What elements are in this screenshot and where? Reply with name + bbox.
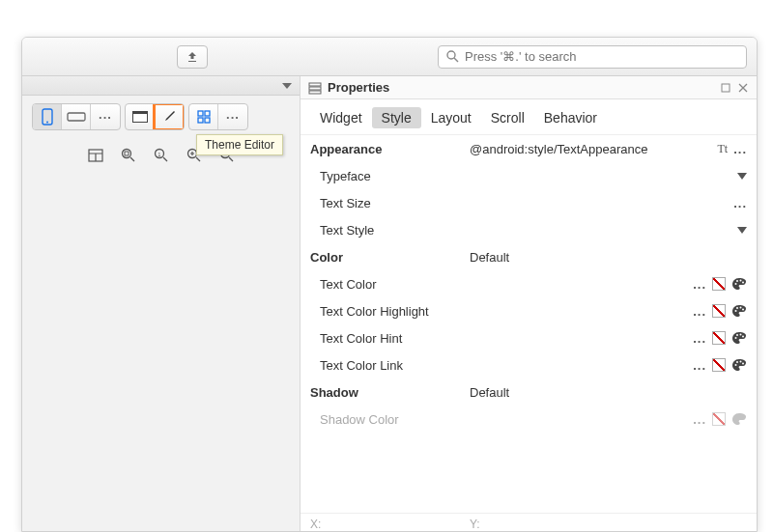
prop-text-color-link[interactable]: Text Color Link ... [301,351,757,378]
svg-point-0 [447,51,455,59]
editor-area: ··· ··· Theme Editor [22,76,757,531]
more-button[interactable]: ... [693,277,706,292]
color-swatch[interactable] [712,358,726,372]
tab-style[interactable]: Style [372,107,421,128]
split-view-button[interactable] [82,144,109,167]
minimize-panel-button[interactable] [720,82,731,94]
tab-behavior[interactable]: Behavior [534,107,607,128]
prop-value: Default [470,250,747,265]
svg-line-1 [454,58,458,62]
tab-layout[interactable]: Layout [421,107,481,128]
theme-editor-button[interactable] [155,104,184,129]
prop-label: Shadow [310,385,470,400]
svg-rect-16 [125,152,129,155]
prop-label: Color [310,250,470,265]
zoom-fit-icon [121,148,136,163]
footer-y: Y: [470,518,480,531]
overflow-orientation-button[interactable]: ··· [91,104,120,129]
tab-scroll[interactable]: Scroll [481,107,534,128]
more-button[interactable]: ... [693,304,706,319]
search-box[interactable] [438,45,747,69]
svg-rect-28 [309,87,321,90]
svg-rect-8 [205,111,210,116]
dropdown-caret-icon[interactable] [737,173,747,180]
zoom-100-button[interactable]: 1 [148,144,175,167]
svg-rect-30 [722,84,730,92]
svg-point-35 [740,280,742,282]
phone-landscape-button[interactable] [62,104,91,129]
close-icon [738,83,748,93]
brush-icon [161,109,177,125]
color-swatch[interactable] [712,412,726,426]
dropdown-caret-icon[interactable] [737,227,747,234]
svg-point-34 [736,280,738,282]
more-button[interactable]: ... [693,412,706,427]
svg-point-3 [46,122,48,124]
prop-text-color-highlight[interactable]: Text Color Highlight ... [301,297,757,324]
prop-shadow[interactable]: Shadow Default [301,378,757,406]
svg-line-21 [196,157,200,161]
grid-group: ··· [188,103,248,130]
phone-portrait-icon [41,108,54,126]
palette-icon[interactable] [731,304,747,318]
grid-button[interactable] [189,104,218,129]
app-window: ··· ··· Theme Editor [21,37,758,532]
more-button[interactable]: ... [693,331,706,346]
prop-typeface[interactable]: Typeface [301,162,757,189]
minimize-icon [721,83,730,93]
prop-color[interactable]: Color Default [301,243,757,270]
properties-panel: Properties Widget Style Layout Scroll Be… [301,76,757,531]
svg-rect-9 [198,118,203,123]
layout-button[interactable] [126,104,155,129]
more-button[interactable]: ... [733,196,747,210]
close-panel-button[interactable] [737,82,749,94]
prop-appearance[interactable]: Appearance @android:style/TextAppearance… [301,135,757,162]
color-swatch[interactable] [712,331,726,345]
prop-text-color-hint[interactable]: Text Color Hint ... [301,324,757,351]
upload-button[interactable] [177,45,208,69]
grid-icon [196,109,212,125]
properties-icon [308,81,322,95]
design-pane-header[interactable] [22,76,300,96]
palette-icon[interactable] [731,331,747,345]
svg-rect-4 [68,113,85,121]
overflow-grid-button[interactable]: ··· [218,104,247,129]
svg-point-46 [736,361,738,363]
search-input[interactable] [465,49,738,64]
color-swatch[interactable] [712,304,726,318]
svg-point-47 [740,361,742,363]
prop-text-color[interactable]: Text Color ... [301,270,757,297]
color-swatch[interactable] [712,277,726,291]
tab-widget[interactable]: Widget [310,107,372,128]
split-view-icon [88,149,103,162]
prop-text-style[interactable]: Text Style [301,216,757,243]
zoom-fit-button[interactable] [115,144,142,167]
palette-icon[interactable] [731,277,747,291]
prop-label: Text Color Hint [310,331,470,346]
chevron-down-icon [282,83,292,89]
more-button[interactable]: ... [693,358,706,373]
prop-value: @android:style/TextAppearance [470,142,717,156]
svg-line-18 [163,157,167,161]
phone-portrait-button[interactable] [33,104,62,129]
design-pane: ··· ··· Theme Editor [22,76,301,531]
prop-shadow-color[interactable]: Shadow Color ... [301,406,757,433]
palette-icon[interactable] [731,412,747,426]
tooltip: Theme Editor [196,134,283,155]
prop-label: Text Color Highlight [310,304,470,319]
svg-rect-29 [309,91,321,94]
search-icon [446,50,459,63]
panel-header: Properties [301,76,757,99]
svg-line-25 [229,157,233,161]
svg-rect-6 [133,114,147,122]
more-button[interactable]: ... [733,142,747,156]
svg-point-44 [742,336,744,338]
titlebar [22,38,757,76]
palette-icon[interactable] [731,358,747,372]
text-style-icon[interactable]: Tt [717,142,728,156]
svg-point-43 [740,334,742,336]
prop-label: Text Color [310,277,470,292]
svg-point-37 [735,310,737,312]
prop-text-size[interactable]: Text Size ... [301,189,757,216]
orientation-group: ··· [32,103,121,130]
